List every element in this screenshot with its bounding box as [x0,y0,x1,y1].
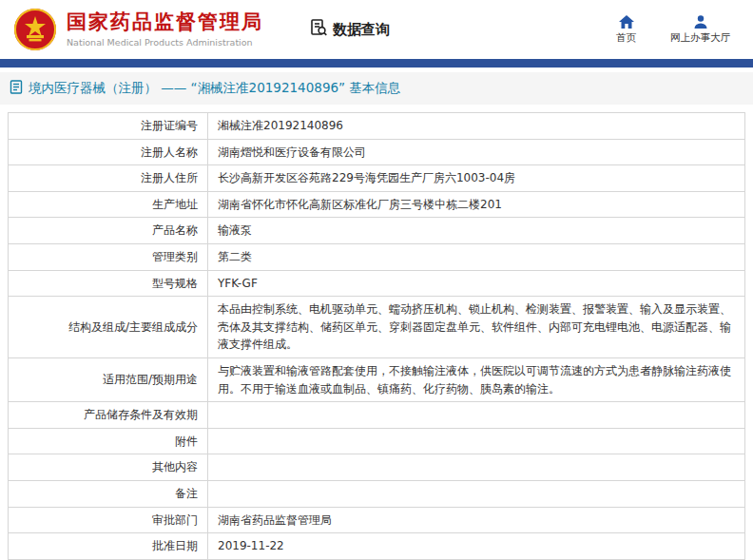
row-label-cell: 产品储存条件及有效期 [9,402,208,429]
row-label: 附件 [175,433,198,451]
row-value: 湖南省药品监督管理局 [218,513,332,527]
table-row: 管理类别第二类 [9,243,745,270]
table-row: 结构及组成/主要组成成分本品由控制系统、电机驱动单元、蠕动挤压机构、锁止机构、检… [9,297,745,358]
row-value: 与贮液装置和输液管路配套使用，不接触输注液体，供医院以可调节流速的方式为患者静脉… [218,364,731,396]
row-value-cell: 湖南熠悦和医疗设备有限公司 [208,139,745,165]
user-icon [694,15,707,29]
row-label: 管理类别 [152,248,198,266]
table-row: 注册人住所长沙高新开发区谷苑路229号海凭园生产厂房六1003-04房 [9,165,745,192]
header-nav: 首页 网上办事大厅 [616,15,740,45]
nav-item-service-hall[interactable]: 网上办事大厅 [670,15,730,45]
row-value: 湖南省怀化市怀化高新区标准化厂房三号楼中栋二楼201 [218,198,502,211]
row-label-cell: 产品名称 [9,218,208,244]
row-value-cell: 湖南省药品监督管理局 [208,507,745,533]
row-label-cell: 适用范围/预期用途 [9,357,208,401]
table-row: 生产地址湖南省怀化市怀化高新区标准化厂房三号楼中栋二楼201 [9,191,745,218]
registration-info-table: 注册证编号湘械注准20192140896注册人名称湖南熠悦和医疗设备有限公司注册… [8,112,745,560]
nav-item-home[interactable]: 首页 [616,15,636,45]
nav-service-hall-label: 网上办事大厅 [670,31,730,45]
row-label: 生产地址 [152,196,198,214]
site-title-block: 国家药品监督管理局 National Medical Products Admi… [67,11,263,47]
row-label-cell: 备注 [9,480,208,507]
row-label: 注册人名称 [141,144,198,162]
row-label: 备注 [175,485,198,503]
row-value: 湖南熠悦和医疗设备有限公司 [218,145,366,159]
table-row: 备注 [9,480,745,507]
row-label: 适用范围/预期用途 [103,371,198,389]
row-label: 审批部门 [152,512,198,530]
row-label-cell: 生产地址 [9,191,208,218]
row-value-cell [208,454,745,481]
breadcrumb: 境内医疗器械（注册） —— “湘械注准20192140896” 基本信息 [0,72,753,105]
home-icon [619,15,634,29]
row-label-cell: 注册人名称 [9,139,208,165]
row-label-cell: 注册证编号 [9,113,208,140]
row-value-cell: 2019-11-22 [208,533,745,560]
header-divider-bar [0,59,753,68]
breadcrumb-text: 境内医疗器械（注册） —— “湘械注准20192140896” 基本信息 [29,80,400,97]
table-row: 注册证编号湘械注准20192140896 [9,113,745,140]
row-value-cell: 本品由控制系统、电机驱动单元、蠕动挤压机构、锁止机构、检测装置、报警装置、输入及… [208,297,745,358]
row-value-cell [208,402,745,429]
table-row: 批准日期2019-11-22 [9,533,745,560]
row-label: 批准日期 [152,537,198,555]
row-label: 注册人住所 [141,169,198,187]
row-value: 输液泵 [218,223,252,237]
national-emblem-logo [13,8,57,51]
row-value-cell: 长沙高新开发区谷苑路229号海凭园生产厂房六1003-04房 [208,165,745,192]
row-value-cell [208,480,745,507]
row-label-cell: 结构及组成/主要组成成分 [9,297,208,358]
row-value-cell: 与贮液装置和输液管路配套使用，不接触输注液体，供医院以可调节流速的方式为患者静脉… [208,357,745,401]
data-query-section[interactable]: 数据查询 [309,18,390,41]
row-label: 产品名称 [152,222,198,240]
row-value: YFK-GF [218,277,258,290]
table-row: 审批部门湖南省药品监督管理局 [9,507,745,533]
row-label-cell: 其他内容 [9,454,208,481]
table-row: 适用范围/预期用途与贮液装置和输液管路配套使用，不接触输注液体，供医院以可调节流… [9,357,745,401]
row-label-cell: 审批部门 [9,507,208,533]
row-value-cell: 湘械注准20192140896 [208,113,745,140]
page-header: 国家药品监督管理局 National Medical Products Admi… [0,0,753,59]
table-row: 附件 [9,428,745,454]
data-query-label: 数据查询 [333,21,390,39]
row-value-cell [208,428,745,454]
row-value: 湘械注准20192140896 [218,119,343,132]
row-label: 结构及组成/主要组成成分 [68,319,198,337]
site-title-cn: 国家药品监督管理局 [67,11,263,33]
row-label: 型号规格 [152,275,198,293]
row-value-cell: 第二类 [208,243,745,270]
row-value: 本品由控制系统、电机驱动单元、蠕动挤压机构、锁止机构、检测装置、报警装置、输入及… [218,302,731,351]
document-icon [10,80,23,97]
row-label: 产品储存条件及有效期 [84,406,198,424]
table-row: 型号规格YFK-GF [9,270,745,297]
table-row: 其他内容 [9,454,745,481]
row-label-cell: 批准日期 [9,533,208,560]
row-label: 其他内容 [152,458,198,476]
site-title-en: National Medical Products Administration [67,37,263,48]
info-table-body: 注册证编号湘械注准20192140896注册人名称湖南熠悦和医疗设备有限公司注册… [9,113,745,560]
row-value-cell: 湖南省怀化市怀化高新区标准化厂房三号楼中栋二楼201 [208,191,745,218]
row-label-cell: 附件 [9,428,208,454]
row-value: 第二类 [218,250,252,263]
registration-info-table-wrap: 注册证编号湘械注准20192140896注册人名称湖南熠悦和医疗设备有限公司注册… [0,112,753,560]
table-row: 产品储存条件及有效期 [9,402,745,429]
row-value: 长沙高新开发区谷苑路229号海凭园生产厂房六1003-04房 [218,171,515,184]
row-label-cell: 注册人住所 [9,165,208,192]
row-value-cell: 输液泵 [208,218,745,244]
row-value-cell: YFK-GF [208,270,745,297]
row-label-cell: 型号规格 [9,270,208,297]
nav-home-label: 首页 [616,31,636,45]
row-label-cell: 管理类别 [9,243,208,270]
row-label: 注册证编号 [141,117,198,135]
data-query-icon [309,18,328,41]
row-value: 2019-11-22 [218,539,284,552]
table-row: 产品名称输液泵 [9,218,745,244]
table-row: 注册人名称湖南熠悦和医疗设备有限公司 [9,139,745,165]
